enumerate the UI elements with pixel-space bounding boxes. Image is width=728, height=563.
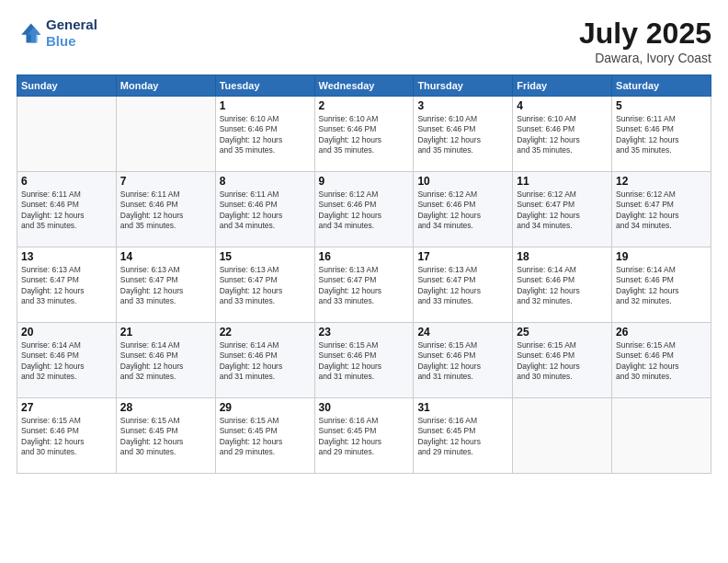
day-number: 14: [120, 250, 211, 263]
location-title: Dawara, Ivory Coast: [579, 51, 711, 65]
calendar-cell: 25Sunrise: 6:15 AM Sunset: 6:46 PM Dayli…: [513, 323, 612, 398]
day-number: 30: [319, 401, 410, 414]
day-number: 4: [517, 99, 608, 112]
col-header-monday: Monday: [116, 75, 215, 97]
cell-content: Sunrise: 6:14 AM Sunset: 6:46 PM Dayligh…: [21, 340, 112, 383]
cell-content: Sunrise: 6:10 AM Sunset: 6:46 PM Dayligh…: [417, 114, 508, 156]
calendar-cell: 26Sunrise: 6:15 AM Sunset: 6:46 PM Dayli…: [612, 323, 711, 398]
day-number: 24: [417, 326, 508, 339]
cell-content: Sunrise: 6:15 AM Sunset: 6:46 PM Dayligh…: [616, 340, 707, 383]
calendar-cell: 7Sunrise: 6:11 AM Sunset: 6:46 PM Daylig…: [116, 172, 215, 247]
cell-content: Sunrise: 6:14 AM Sunset: 6:46 PM Dayligh…: [120, 340, 211, 383]
cell-content: Sunrise: 6:12 AM Sunset: 6:46 PM Dayligh…: [319, 190, 410, 232]
calendar-cell: [116, 97, 215, 172]
cell-content: Sunrise: 6:12 AM Sunset: 6:46 PM Dayligh…: [417, 190, 508, 232]
calendar-cell: 16Sunrise: 6:13 AM Sunset: 6:47 PM Dayli…: [314, 247, 414, 323]
calendar-cell: [513, 398, 612, 474]
day-number: 10: [417, 175, 508, 188]
calendar-cell: [17, 97, 117, 172]
cell-content: Sunrise: 6:15 AM Sunset: 6:46 PM Dayligh…: [517, 340, 608, 383]
calendar-cell: 11Sunrise: 6:12 AM Sunset: 6:47 PM Dayli…: [513, 172, 612, 247]
calendar-cell: 9Sunrise: 6:12 AM Sunset: 6:46 PM Daylig…: [314, 172, 414, 247]
week-row-4: 20Sunrise: 6:14 AM Sunset: 6:46 PM Dayli…: [17, 323, 711, 398]
calendar-cell: 22Sunrise: 6:14 AM Sunset: 6:46 PM Dayli…: [215, 323, 314, 398]
calendar-cell: 20Sunrise: 6:14 AM Sunset: 6:46 PM Dayli…: [17, 323, 117, 398]
calendar-cell: 31Sunrise: 6:16 AM Sunset: 6:45 PM Dayli…: [414, 398, 513, 474]
cell-content: Sunrise: 6:14 AM Sunset: 6:46 PM Dayligh…: [517, 265, 608, 307]
cell-content: Sunrise: 6:10 AM Sunset: 6:46 PM Dayligh…: [220, 114, 311, 156]
day-number: 21: [120, 326, 211, 339]
col-header-wednesday: Wednesday: [314, 75, 414, 97]
cell-content: Sunrise: 6:10 AM Sunset: 6:46 PM Dayligh…: [319, 114, 410, 156]
cell-content: Sunrise: 6:11 AM Sunset: 6:46 PM Dayligh…: [21, 190, 112, 232]
cell-content: Sunrise: 6:13 AM Sunset: 6:47 PM Dayligh…: [120, 265, 211, 307]
day-number: 7: [120, 175, 211, 188]
calendar-cell: 21Sunrise: 6:14 AM Sunset: 6:46 PM Dayli…: [116, 323, 215, 398]
cell-content: Sunrise: 6:15 AM Sunset: 6:46 PM Dayligh…: [21, 416, 112, 458]
calendar-cell: 18Sunrise: 6:14 AM Sunset: 6:46 PM Dayli…: [513, 247, 612, 323]
cell-content: Sunrise: 6:16 AM Sunset: 6:45 PM Dayligh…: [417, 416, 508, 458]
day-number: 20: [21, 326, 112, 339]
calendar-cell: 28Sunrise: 6:15 AM Sunset: 6:45 PM Dayli…: [116, 398, 215, 474]
day-number: 3: [417, 99, 508, 112]
week-row-2: 6Sunrise: 6:11 AM Sunset: 6:46 PM Daylig…: [17, 172, 711, 247]
cell-content: Sunrise: 6:15 AM Sunset: 6:46 PM Dayligh…: [417, 340, 508, 383]
cell-content: Sunrise: 6:15 AM Sunset: 6:45 PM Dayligh…: [220, 416, 311, 458]
day-number: 13: [21, 250, 112, 263]
logo-icon: [17, 20, 42, 46]
calendar-cell: 23Sunrise: 6:15 AM Sunset: 6:46 PM Dayli…: [314, 323, 414, 398]
cell-content: Sunrise: 6:15 AM Sunset: 6:45 PM Dayligh…: [120, 416, 211, 458]
day-number: 6: [21, 175, 112, 188]
calendar-cell: 30Sunrise: 6:16 AM Sunset: 6:45 PM Dayli…: [314, 398, 414, 474]
day-number: 16: [319, 250, 410, 263]
calendar-cell: 4Sunrise: 6:10 AM Sunset: 6:46 PM Daylig…: [513, 97, 612, 172]
day-number: 23: [319, 326, 410, 339]
day-number: 26: [616, 326, 707, 339]
calendar-cell: 15Sunrise: 6:13 AM Sunset: 6:47 PM Dayli…: [215, 247, 314, 323]
logo-text: General Blue: [46, 17, 97, 50]
week-row-3: 13Sunrise: 6:13 AM Sunset: 6:47 PM Dayli…: [17, 247, 711, 323]
col-header-friday: Friday: [513, 75, 612, 97]
calendar-cell: 19Sunrise: 6:14 AM Sunset: 6:46 PM Dayli…: [612, 247, 711, 323]
cell-content: Sunrise: 6:11 AM Sunset: 6:46 PM Dayligh…: [120, 190, 211, 232]
calendar-cell: 27Sunrise: 6:15 AM Sunset: 6:46 PM Dayli…: [17, 398, 117, 474]
cell-content: Sunrise: 6:11 AM Sunset: 6:46 PM Dayligh…: [616, 114, 707, 156]
day-number: 2: [319, 99, 410, 112]
day-number: 27: [21, 401, 112, 414]
calendar-cell: 1Sunrise: 6:10 AM Sunset: 6:46 PM Daylig…: [215, 97, 314, 172]
cell-content: Sunrise: 6:12 AM Sunset: 6:47 PM Dayligh…: [616, 190, 707, 232]
day-number: 19: [616, 250, 707, 263]
col-header-sunday: Sunday: [17, 75, 117, 97]
calendar-cell: 2Sunrise: 6:10 AM Sunset: 6:46 PM Daylig…: [314, 97, 414, 172]
calendar-table: SundayMondayTuesdayWednesdayThursdayFrid…: [17, 75, 711, 474]
day-number: 9: [319, 175, 410, 188]
title-block: July 2025 Dawara, Ivory Coast: [579, 17, 711, 65]
week-row-5: 27Sunrise: 6:15 AM Sunset: 6:46 PM Dayli…: [17, 398, 711, 474]
cell-content: Sunrise: 6:14 AM Sunset: 6:46 PM Dayligh…: [220, 340, 311, 383]
col-header-tuesday: Tuesday: [215, 75, 314, 97]
day-number: 25: [517, 326, 608, 339]
cell-content: Sunrise: 6:10 AM Sunset: 6:46 PM Dayligh…: [517, 114, 608, 156]
day-number: 29: [220, 401, 311, 414]
day-number: 1: [220, 99, 311, 112]
day-number: 17: [417, 250, 508, 263]
day-number: 5: [616, 99, 707, 112]
calendar-cell: [612, 398, 711, 474]
cell-content: Sunrise: 6:13 AM Sunset: 6:47 PM Dayligh…: [417, 265, 508, 307]
logo-line1: General: [46, 17, 97, 33]
month-title: July 2025: [579, 17, 711, 51]
calendar-cell: 13Sunrise: 6:13 AM Sunset: 6:47 PM Dayli…: [17, 247, 117, 323]
logo-line2: Blue: [46, 33, 97, 50]
col-header-thursday: Thursday: [414, 75, 513, 97]
calendar-cell: 29Sunrise: 6:15 AM Sunset: 6:45 PM Dayli…: [215, 398, 314, 474]
calendar-cell: 8Sunrise: 6:11 AM Sunset: 6:46 PM Daylig…: [215, 172, 314, 247]
day-number: 31: [417, 401, 508, 414]
day-number: 18: [517, 250, 608, 263]
cell-content: Sunrise: 6:13 AM Sunset: 6:47 PM Dayligh…: [21, 265, 112, 307]
calendar-cell: 3Sunrise: 6:10 AM Sunset: 6:46 PM Daylig…: [414, 97, 513, 172]
cell-content: Sunrise: 6:16 AM Sunset: 6:45 PM Dayligh…: [319, 416, 410, 458]
col-header-saturday: Saturday: [612, 75, 711, 97]
cell-content: Sunrise: 6:12 AM Sunset: 6:47 PM Dayligh…: [517, 190, 608, 232]
day-number: 28: [120, 401, 211, 414]
calendar-cell: 10Sunrise: 6:12 AM Sunset: 6:46 PM Dayli…: [414, 172, 513, 247]
